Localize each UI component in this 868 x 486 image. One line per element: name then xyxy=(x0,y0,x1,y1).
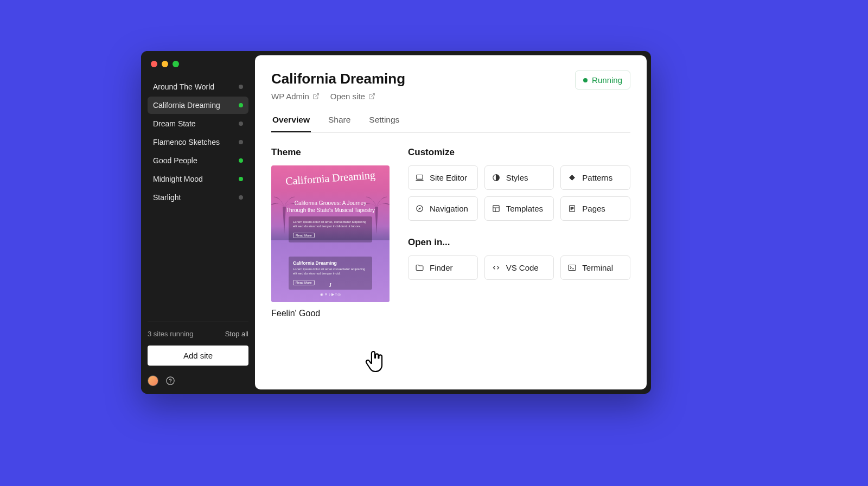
site-item-label: California Dreaming xyxy=(153,101,220,110)
finder-button[interactable]: Finder xyxy=(408,255,478,280)
external-link-icon xyxy=(312,93,320,100)
status-dot-icon xyxy=(239,122,243,126)
window-traffic-lights xyxy=(148,60,248,78)
pages-button[interactable]: Pages xyxy=(560,196,630,221)
theme-name: Feelin' Good xyxy=(271,309,390,318)
tab-settings[interactable]: Settings xyxy=(368,115,400,132)
theme-column: Theme California Dreaming California Gro… xyxy=(271,147,390,318)
svg-point-1 xyxy=(170,382,170,383)
button-label: Patterns xyxy=(582,173,612,182)
site-item-label: Flamenco Sketches xyxy=(153,138,220,146)
button-label: Styles xyxy=(506,173,528,182)
thumb-heading: California Grooves: A Journey Through th… xyxy=(284,200,376,214)
open-in-section-title: Open in... xyxy=(408,237,630,248)
customize-column: Customize Site Editor Styles Patterns xyxy=(408,147,630,318)
status-dot-icon xyxy=(583,78,588,82)
site-item-starlight[interactable]: Starlight xyxy=(148,189,248,206)
code-icon xyxy=(492,263,501,272)
templates-button[interactable]: Templates xyxy=(484,196,554,221)
patterns-button[interactable]: Patterns xyxy=(560,165,630,190)
site-list: Around The World California Dreaming Dre… xyxy=(148,78,248,206)
site-item-good-people[interactable]: Good People xyxy=(148,152,248,169)
add-site-button[interactable]: Add site xyxy=(148,346,248,366)
svg-marker-9 xyxy=(418,207,420,209)
button-label: Site Editor xyxy=(430,173,467,182)
site-item-midnight-mood[interactable]: Midnight Mood xyxy=(148,170,248,188)
styles-button[interactable]: Styles xyxy=(484,165,554,190)
theme-thumbnail[interactable]: California Dreaming California Grooves: … xyxy=(271,165,390,302)
folder-icon xyxy=(415,263,424,272)
svg-line-2 xyxy=(315,94,318,97)
site-title: California Dreaming xyxy=(271,71,405,87)
svg-rect-17 xyxy=(569,265,576,271)
button-label: Pages xyxy=(582,204,605,213)
site-item-label: Dream State xyxy=(153,119,196,128)
laptop-icon xyxy=(415,173,424,182)
vscode-button[interactable]: VS Code xyxy=(484,255,554,280)
thumb-card2-title: California Dreaming xyxy=(293,260,368,266)
button-label: Terminal xyxy=(582,263,613,272)
svg-rect-7 xyxy=(570,175,575,180)
open-site-label: Open site xyxy=(330,92,365,101)
button-label: VS Code xyxy=(506,263,539,272)
header-row: California Dreaming WP Admin Open site R… xyxy=(271,71,630,101)
contrast-icon xyxy=(492,173,501,182)
thumb-script-title: California Dreaming xyxy=(271,169,390,187)
wp-admin-link[interactable]: WP Admin xyxy=(271,92,320,101)
svg-rect-4 xyxy=(417,175,423,180)
open-site-link[interactable]: Open site xyxy=(330,92,375,101)
sites-running-label: 3 sites running xyxy=(148,330,194,338)
status-badge: Running xyxy=(575,71,630,89)
status-dot-icon xyxy=(239,158,243,163)
svg-point-0 xyxy=(167,377,174,385)
navigation-button[interactable]: Navigation xyxy=(408,196,478,221)
site-item-flamenco-sketches[interactable]: Flamenco Sketches xyxy=(148,133,248,151)
terminal-button[interactable]: Terminal xyxy=(560,255,630,280)
button-label: Finder xyxy=(430,263,453,272)
app-window: Around The World California Dreaming Dre… xyxy=(141,51,651,394)
stop-all-button[interactable]: Stop all xyxy=(225,330,248,338)
status-dot-icon xyxy=(239,195,243,200)
tab-share[interactable]: Share xyxy=(327,115,352,132)
minimize-window-dot[interactable] xyxy=(162,61,168,67)
content-row: Theme California Dreaming California Gro… xyxy=(271,147,630,318)
button-label: Templates xyxy=(506,204,543,213)
wp-admin-label: WP Admin xyxy=(271,92,309,101)
site-item-label: Midnight Mood xyxy=(153,175,203,183)
running-summary: 3 sites running Stop all xyxy=(148,330,248,338)
close-window-dot[interactable] xyxy=(151,61,157,67)
help-icon[interactable] xyxy=(165,375,176,386)
site-item-around-the-world[interactable]: Around The World xyxy=(148,78,248,95)
main-panel: California Dreaming WP Admin Open site R… xyxy=(255,55,647,389)
sidebar: Around The World California Dreaming Dre… xyxy=(141,51,255,394)
status-dot-icon xyxy=(239,177,243,181)
site-item-label: Starlight xyxy=(153,193,181,202)
maximize-window-dot[interactable] xyxy=(173,61,179,67)
layout-icon xyxy=(492,204,501,213)
svg-line-3 xyxy=(371,94,374,97)
user-avatar[interactable] xyxy=(148,375,158,386)
site-item-label: Good People xyxy=(153,156,197,165)
theme-section-title: Theme xyxy=(271,147,390,158)
button-label: Navigation xyxy=(430,204,468,213)
page-icon xyxy=(567,204,577,213)
site-item-california-dreaming[interactable]: California Dreaming xyxy=(148,97,248,114)
status-dot-icon xyxy=(239,140,243,144)
svg-rect-10 xyxy=(493,206,499,212)
customize-section-title: Customize xyxy=(408,147,630,158)
sidebar-footer: 3 sites running Stop all Add site xyxy=(148,322,248,386)
tabs: Overview Share Settings xyxy=(271,115,630,133)
diamond-icon xyxy=(567,173,577,182)
site-editor-button[interactable]: Site Editor xyxy=(408,165,478,190)
site-item-dream-state[interactable]: Dream State xyxy=(148,115,248,132)
status-dot-icon xyxy=(239,85,243,89)
site-item-label: Around The World xyxy=(153,82,214,91)
status-dot-icon xyxy=(239,103,243,107)
tab-overview[interactable]: Overview xyxy=(271,115,311,132)
status-text: Running xyxy=(592,75,622,85)
external-link-icon xyxy=(368,93,375,100)
compass-icon xyxy=(415,204,424,213)
terminal-icon xyxy=(567,263,577,272)
